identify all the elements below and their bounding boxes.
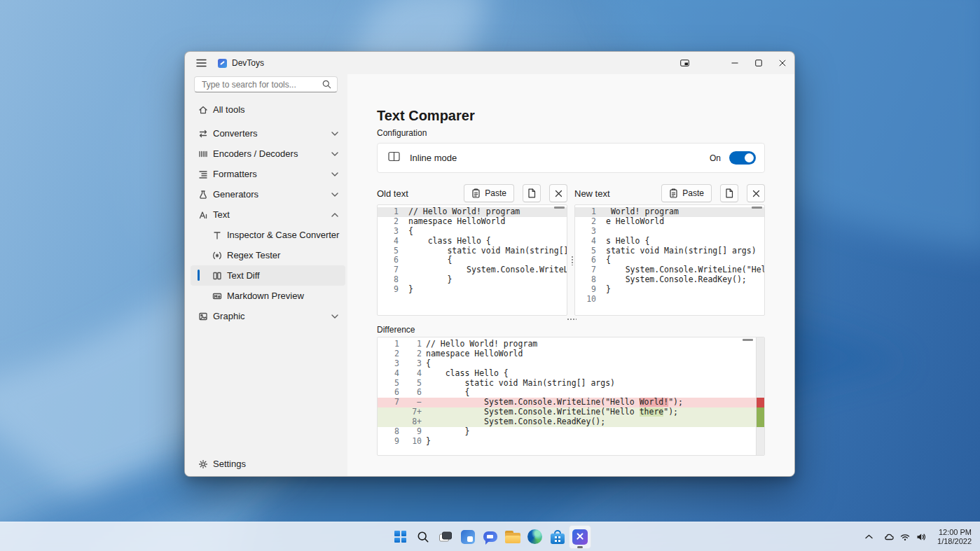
sidebar-item-label: Converters xyxy=(213,128,258,139)
sidebar-item-text[interactable]: Text xyxy=(191,204,345,225)
new-text-pane: New text Paste xyxy=(574,182,765,316)
close-icon xyxy=(779,60,786,67)
inline-mode-label: Inline mode xyxy=(410,153,457,163)
taskbar-task-view-button[interactable] xyxy=(434,525,457,549)
sidebar-item-graphic[interactable]: Graphic xyxy=(191,306,345,326)
sidebar-item-regex-tester[interactable]: Regex Tester xyxy=(191,245,345,265)
code-line: 10 xyxy=(575,295,764,305)
code-text: // Hello World! program xyxy=(399,207,520,217)
old-text-header: Old text Paste xyxy=(377,182,567,204)
code-text: e HelloWorld xyxy=(596,217,664,227)
sidebar-item-label: Regex Tester xyxy=(227,250,280,260)
taskbar-center-icons xyxy=(389,522,591,551)
old-line-number: 7 xyxy=(378,398,399,407)
new-paste-button[interactable]: Paste xyxy=(661,184,712,202)
tray-time: 12:00 PM xyxy=(937,528,972,537)
code-line: 3 xyxy=(575,227,764,237)
taskbar-search-button[interactable] xyxy=(412,525,434,549)
maximize-button[interactable] xyxy=(747,52,771,74)
inline-mode-toggle[interactable] xyxy=(729,151,756,165)
clipboard-icon xyxy=(471,188,481,198)
difference-editor[interactable]: 11// Hello World! program22namespace Hel… xyxy=(377,337,765,456)
search-input[interactable] xyxy=(200,79,318,90)
taskbar-widgets-button[interactable] xyxy=(457,525,479,549)
new-text-editor[interactable]: 1 World! program2e HelloWorld34s Hello {… xyxy=(574,204,765,316)
code-text: System.Console.WriteLine("Hello World!")… xyxy=(422,398,683,407)
sidebar-item-formatters[interactable]: Formatters xyxy=(191,164,345,184)
diff-overview-ruler[interactable] xyxy=(756,337,764,455)
diff-ruler-mark xyxy=(757,398,764,407)
regex-icon xyxy=(212,250,223,261)
line-number: 9 xyxy=(575,285,596,295)
new-open-file-button[interactable] xyxy=(720,184,738,202)
code-text: // Hello World! program xyxy=(422,340,537,349)
line-number: 4 xyxy=(575,237,596,246)
scrollbar-cursor-mark xyxy=(752,207,762,209)
sidebar-nav: All tools Converters Encoder xyxy=(185,99,347,326)
indent-lines-icon xyxy=(198,169,209,180)
diff-line: 66 { xyxy=(378,388,764,398)
old-line-number: 5 xyxy=(378,379,399,389)
sidebar-item-text-diff[interactable]: Text Diff xyxy=(191,265,345,286)
line-number: 4 xyxy=(378,237,399,246)
taskbar-devtoys-button[interactable] xyxy=(569,525,591,549)
barcode-icon xyxy=(198,148,209,160)
new-text-header: New text Paste xyxy=(574,182,765,204)
vertical-splitter-grip[interactable] xyxy=(571,256,574,265)
paste-label: Paste xyxy=(485,188,506,198)
volume-icon xyxy=(916,532,927,542)
taskbar-file-explorer-button[interactable] xyxy=(502,525,524,549)
compact-overlay-button[interactable] xyxy=(672,52,696,74)
sidebar-item-all-tools[interactable]: All tools xyxy=(191,99,345,120)
diff-line: 910} xyxy=(378,437,764,447)
minimize-button[interactable] xyxy=(723,52,747,74)
taskbar-clock[interactable]: 12:00 PM 1/18/2022 xyxy=(933,528,976,546)
taskbar-store-button[interactable] xyxy=(546,525,569,549)
convert-arrows-icon xyxy=(198,128,209,139)
old-text-editor[interactable]: 1// Hello World! program2namespace Hello… xyxy=(377,204,567,316)
code-text: class Hello { xyxy=(422,369,509,379)
line-number: 7 xyxy=(378,265,399,275)
chevron-down-icon xyxy=(331,314,338,319)
diff-ruler-mark xyxy=(757,417,764,427)
code-text xyxy=(596,227,606,237)
sidebar-item-generators[interactable]: Generators xyxy=(191,184,345,204)
old-paste-button[interactable]: Paste xyxy=(464,184,514,202)
taskbar-chat-button[interactable] xyxy=(479,525,502,549)
sidebar-item-settings[interactable]: Settings xyxy=(191,454,345,474)
sidebar: All tools Converters Encoder xyxy=(185,74,347,476)
tray-date: 1/18/2022 xyxy=(937,537,972,546)
chevron-down-icon xyxy=(331,172,338,176)
old-open-file-button[interactable] xyxy=(523,184,541,202)
new-clear-button[interactable] xyxy=(747,184,765,202)
sidebar-item-inspector-case-converter[interactable]: Inspector & Case Converter xyxy=(191,225,345,245)
tray-status-icons-button[interactable] xyxy=(880,525,930,549)
code-text: System.Console.ReadKey(); xyxy=(422,417,605,427)
close-button[interactable] xyxy=(771,52,794,74)
old-line-number: 9 xyxy=(378,437,399,447)
code-text: System.Console.ReadKey(); xyxy=(596,275,747,285)
sidebar-item-encoders-decoders[interactable]: Encoders / Decoders xyxy=(191,144,345,164)
sidebar-item-markdown-preview[interactable]: Markdown Preview xyxy=(191,286,345,306)
line-number: 1 xyxy=(575,207,596,217)
tray-hidden-icons-button[interactable] xyxy=(861,525,877,549)
sidebar-item-label: Text xyxy=(213,209,230,220)
flask-icon xyxy=(198,189,209,200)
taskbar-start-button[interactable] xyxy=(389,525,412,549)
chat-icon xyxy=(483,531,497,542)
paste-label: Paste xyxy=(682,188,704,198)
hamburger-menu-button[interactable] xyxy=(193,55,209,71)
inline-mode-icon xyxy=(388,151,400,165)
code-text: } xyxy=(399,285,413,295)
code-line: 6 { xyxy=(378,256,567,265)
horizontal-splitter-grip[interactable] xyxy=(567,318,577,321)
old-line-number xyxy=(378,407,399,417)
old-clear-button[interactable] xyxy=(549,184,567,202)
chevron-down-icon xyxy=(331,132,338,136)
text-diff-icon xyxy=(212,270,223,281)
sidebar-item-converters[interactable]: Converters xyxy=(191,123,345,144)
code-text: } xyxy=(422,427,469,437)
old-line-number: 2 xyxy=(378,349,399,359)
taskbar-edge-button[interactable] xyxy=(524,525,546,549)
new-line-number: 1 xyxy=(399,340,422,349)
